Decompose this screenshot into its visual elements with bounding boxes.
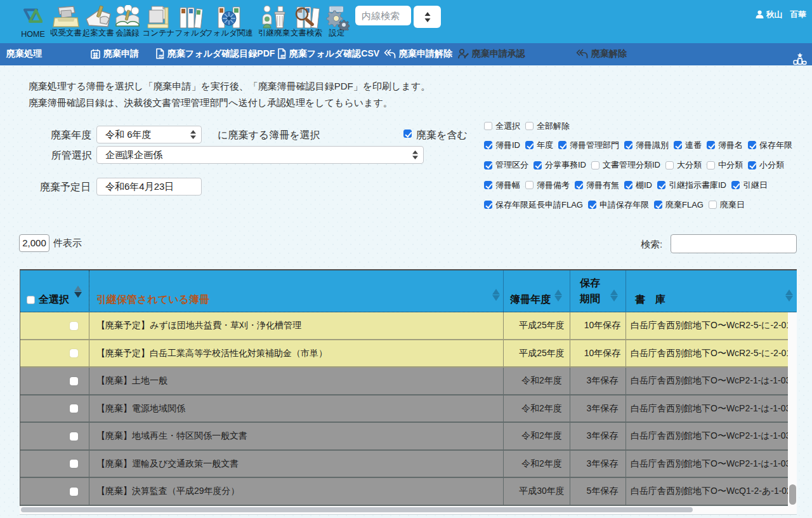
svg-text:PDF: PDF xyxy=(159,56,164,58)
svg-text:CSV: CSV xyxy=(280,56,285,58)
